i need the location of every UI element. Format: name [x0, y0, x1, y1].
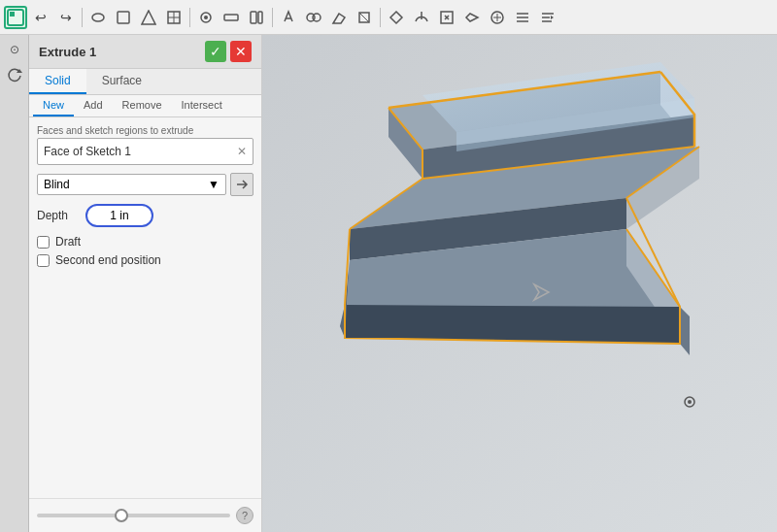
- svg-marker-19: [551, 16, 554, 19]
- depth-input[interactable]: 1 in: [85, 204, 153, 227]
- toolbar-icon-t7[interactable]: [245, 6, 268, 29]
- subtab-intersect[interactable]: Intersect: [172, 95, 232, 116]
- faces-field-value: Face of Sketch 1: [44, 145, 131, 158]
- toolbar-icon-t13[interactable]: [410, 6, 433, 29]
- extrude-type-value: Blind: [44, 178, 70, 191]
- svg-point-15: [313, 14, 321, 21]
- toolbar-icon-t18[interactable]: [536, 6, 559, 29]
- svg-rect-1: [10, 12, 15, 17]
- subtab-remove[interactable]: Remove: [113, 95, 172, 116]
- sep3: [272, 8, 273, 27]
- toolbar-icon-t12[interactable]: [385, 6, 408, 29]
- second-end-label: Second end position: [55, 253, 161, 267]
- subtab-add[interactable]: Add: [74, 95, 113, 116]
- toolbar-icon-t9[interactable]: [302, 6, 325, 29]
- solid-surface-tabs: Solid Surface: [29, 69, 261, 95]
- depth-label: Depth: [37, 209, 85, 222]
- toolbar-icon-t3[interactable]: [137, 6, 160, 29]
- draft-checkbox[interactable]: [37, 236, 50, 249]
- help-button[interactable]: ?: [236, 507, 253, 524]
- flip-direction-button[interactable]: [230, 173, 253, 196]
- panel-header: Extrude 1 ✓ ✕: [29, 35, 261, 69]
- toolbar-icon-t1[interactable]: [86, 6, 110, 29]
- toolbar-icon-t11[interactable]: [353, 6, 376, 29]
- extrude-type-row: Blind ▼: [37, 173, 253, 196]
- toolbar-icon-t8[interactable]: [277, 6, 300, 29]
- svg-point-2: [92, 14, 104, 21]
- tab-solid[interactable]: Solid: [29, 69, 86, 94]
- toolbar-icon-t16[interactable]: [486, 6, 509, 29]
- second-end-checkbox[interactable]: [37, 254, 50, 267]
- toolbar-icon-first[interactable]: [4, 6, 27, 29]
- depth-slider[interactable]: [37, 514, 230, 517]
- faces-field-box[interactable]: Face of Sketch 1 ✕: [37, 138, 253, 165]
- faces-field-label: Faces and sketch regions to extrude: [37, 125, 253, 136]
- svg-point-9: [204, 16, 208, 19]
- left-bar-refresh-icon[interactable]: [4, 64, 25, 85]
- tab-surface[interactable]: Surface: [86, 69, 157, 94]
- dropdown-arrow-icon: ▼: [208, 178, 220, 191]
- svg-point-38: [688, 400, 692, 404]
- toolbar-icon-t15[interactable]: [460, 6, 484, 29]
- slider-area: ?: [29, 498, 261, 532]
- toolbar-icon-t14[interactable]: [435, 6, 458, 29]
- panel-title: Extrude 1: [39, 45, 96, 59]
- panel-content: Faces and sketch regions to extrude Face…: [29, 117, 261, 498]
- svg-rect-3: [118, 12, 129, 23]
- svg-rect-11: [251, 12, 256, 23]
- sep1: [82, 8, 83, 27]
- operation-subtabs: New Add Remove Intersect: [29, 95, 261, 117]
- viewport[interactable]: [262, 35, 777, 532]
- sep2: [189, 8, 190, 27]
- svg-rect-12: [258, 12, 262, 23]
- slider-thumb[interactable]: [115, 509, 128, 522]
- extrude-type-select[interactable]: Blind ▼: [37, 174, 226, 195]
- toolbar-icon-redo[interactable]: ↪: [54, 6, 78, 29]
- left-sidebar: ⊙: [0, 35, 29, 532]
- toolbar-icon-t10[interactable]: [327, 6, 351, 29]
- svg-rect-10: [224, 15, 238, 20]
- sep4: [380, 8, 381, 27]
- toolbar-icon-t5[interactable]: [194, 6, 218, 29]
- panel-header-buttons: ✓ ✕: [205, 41, 252, 62]
- depth-row: Depth 1 in: [37, 204, 253, 227]
- cancel-button[interactable]: ✕: [230, 41, 252, 62]
- draft-label: Draft: [55, 235, 81, 249]
- subtab-new[interactable]: New: [33, 95, 74, 116]
- main-area: ⊙ Extrude 1 ✓ ✕ Solid Surface New Add Re…: [0, 35, 777, 532]
- toolbar-icon-t2[interactable]: [112, 6, 135, 29]
- left-bar-clock-icon[interactable]: ⊙: [4, 39, 25, 60]
- confirm-button[interactable]: ✓: [205, 41, 226, 62]
- toolbar-icon-t6[interactable]: [220, 6, 243, 29]
- toolbar-icon-t4[interactable]: [162, 6, 186, 29]
- depth-value: 1 in: [110, 209, 128, 222]
- toolbar-icon-undo[interactable]: ↩: [29, 6, 52, 29]
- faces-field-clear[interactable]: ✕: [237, 145, 247, 158]
- toolbar: ↩ ↪: [0, 0, 777, 35]
- second-end-checkbox-row: Second end position: [37, 253, 253, 267]
- draft-checkbox-row: Draft: [37, 235, 253, 249]
- extrude-panel: Extrude 1 ✓ ✕ Solid Surface New Add Remo…: [29, 35, 262, 532]
- svg-marker-4: [142, 11, 155, 24]
- toolbar-icon-t17[interactable]: [511, 6, 534, 29]
